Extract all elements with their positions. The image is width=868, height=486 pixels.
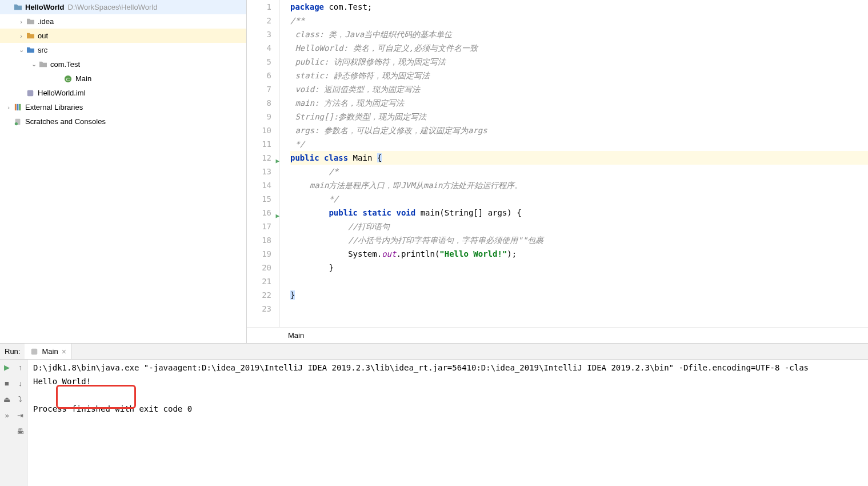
class-icon: C bbox=[63, 74, 73, 84]
scroll-to-end-button[interactable]: ⇥ bbox=[15, 410, 26, 420]
tree-node-external-libraries[interactable]: › External Libraries bbox=[0, 100, 246, 114]
console-exit-line: Process finished with exit code 0 bbox=[33, 402, 862, 416]
chevron-right-icon: › bbox=[17, 33, 25, 39]
soft-wrap-button[interactable]: ⤵ bbox=[15, 394, 26, 404]
line-number-gutter[interactable]: 123456789101112▶13141516▶17181920212223 bbox=[247, 0, 280, 327]
chevron-down-icon: ⌄ bbox=[17, 46, 25, 54]
run-toolbar-primary: ▶ ■ ⏏ » bbox=[0, 360, 14, 486]
tree-label: .idea bbox=[38, 17, 54, 26]
folder-icon bbox=[25, 31, 35, 41]
tree-label: HelloWorld.iml bbox=[38, 89, 86, 97]
down-button[interactable]: ↓ bbox=[15, 378, 26, 388]
breadcrumb-item: Main bbox=[288, 331, 304, 340]
scratches-icon bbox=[13, 117, 23, 127]
tree-label: src bbox=[38, 46, 47, 54]
up-button[interactable]: ↑ bbox=[15, 362, 26, 372]
tree-label: out bbox=[38, 31, 48, 40]
console-output[interactable]: D:\jdk1.8\bin\java.exe "-javaagent:D:\id… bbox=[27, 360, 868, 486]
close-icon[interactable]: × bbox=[62, 347, 66, 356]
tree-label: External Libraries bbox=[25, 103, 83, 111]
tree-node-src[interactable]: ⌄ src bbox=[0, 43, 246, 57]
tree-node-scratches[interactable]: Scratches and Consoles bbox=[0, 114, 246, 129]
svg-rect-8 bbox=[31, 348, 38, 354]
console-output-line: Hello World! bbox=[33, 375, 862, 388]
print-button[interactable]: 🖶 bbox=[15, 426, 26, 436]
run-toolbar-secondary: ↑ ↓ ⤵ ⇥ 🖶 bbox=[14, 360, 27, 486]
library-icon bbox=[13, 102, 23, 113]
tree-node-idea[interactable]: › .idea bbox=[0, 14, 246, 29]
run-panel-header: Run: Main × bbox=[0, 344, 868, 360]
tree-label: Scratches and Consoles bbox=[25, 117, 106, 126]
svg-point-7 bbox=[15, 122, 18, 125]
package-icon bbox=[38, 59, 48, 70]
breadcrumb[interactable]: Main bbox=[247, 327, 868, 343]
tree-node-iml[interactable]: HelloWorld.iml bbox=[0, 86, 246, 100]
run-gutter-icon[interactable]: ▶ bbox=[275, 154, 279, 168]
folder-icon bbox=[13, 2, 23, 13]
tree-node-main-class[interactable]: C Main bbox=[0, 71, 246, 86]
project-path: D:\WorkSpaces\HelloWorld bbox=[67, 3, 157, 11]
more-button[interactable]: » bbox=[2, 410, 12, 420]
stop-button[interactable]: ■ bbox=[2, 378, 12, 388]
tree-label: com.Test bbox=[50, 60, 80, 69]
run-tab-main[interactable]: Main × bbox=[25, 344, 71, 359]
chevron-down-icon: ⌄ bbox=[30, 61, 38, 68]
chevron-right-icon: › bbox=[5, 104, 13, 111]
folder-icon bbox=[25, 45, 35, 55]
run-panel: Run: Main × ▶ ■ ⏏ » ↑ ↓ ⤵ ⇥ 🖶 D:\jd bbox=[0, 343, 868, 486]
tree-node-project-root[interactable]: HelloWorld D:\WorkSpaces\HelloWorld bbox=[0, 0, 246, 14]
svg-rect-5 bbox=[19, 104, 21, 110]
tree-label: Main bbox=[75, 74, 91, 83]
svg-rect-3 bbox=[14, 104, 16, 110]
run-tab-label: Main bbox=[42, 347, 58, 356]
run-gutter-icon[interactable]: ▶ bbox=[275, 209, 279, 223]
tree-node-out[interactable]: › out bbox=[0, 29, 246, 43]
tree-node-package[interactable]: ⌄ com.Test bbox=[0, 57, 246, 71]
project-tree[interactable]: HelloWorld D:\WorkSpaces\HelloWorld › .i… bbox=[0, 0, 247, 343]
code-content[interactable]: package com.Test;/** class: 类，Java当中组织代码… bbox=[280, 0, 868, 327]
exit-button[interactable]: ⏏ bbox=[2, 394, 12, 404]
svg-rect-4 bbox=[17, 104, 18, 110]
folder-icon bbox=[25, 17, 35, 27]
chevron-right-icon: › bbox=[17, 18, 25, 25]
svg-rect-2 bbox=[27, 90, 34, 96]
module-icon bbox=[25, 88, 35, 98]
rerun-button[interactable]: ▶ bbox=[2, 362, 12, 372]
app-icon bbox=[29, 346, 39, 357]
run-panel-title: Run: bbox=[0, 347, 25, 356]
console-command-line: D:\jdk1.8\bin\java.exe "-javaagent:D:\id… bbox=[33, 361, 862, 375]
svg-text:C: C bbox=[66, 76, 70, 82]
code-editor[interactable]: 123456789101112▶13141516▶17181920212223 … bbox=[247, 0, 868, 343]
project-name: HelloWorld bbox=[25, 3, 64, 11]
